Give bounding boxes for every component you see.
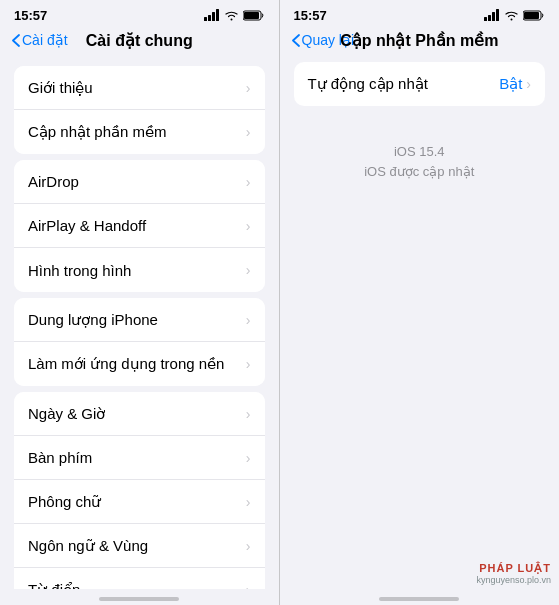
settings-group-4: Ngày & Giờ › Bàn phím › Phông chữ › Ngôn… xyxy=(14,392,265,589)
chevron-left-icon-right xyxy=(292,34,300,47)
settings-item-ngaygiu[interactable]: Ngày & Giờ › xyxy=(14,392,265,436)
svg-rect-5 xyxy=(244,12,259,19)
item-right-3: › xyxy=(246,174,251,190)
settings-label-airdrop: AirDrop xyxy=(28,173,79,190)
status-icons-right xyxy=(484,9,545,21)
spacer xyxy=(280,307,560,558)
item-right-6: › xyxy=(246,312,251,328)
svg-rect-3 xyxy=(216,9,219,21)
settings-item-tudien[interactable]: Từ điển › xyxy=(14,568,265,589)
item-right-10: › xyxy=(246,494,251,510)
chevron-icon-update: › xyxy=(526,76,531,92)
nav-bar-right: Quay lại Cập nhật Phần mềm xyxy=(280,28,560,56)
home-indicator-left xyxy=(0,589,279,605)
nav-title-left: Cài đặt chung xyxy=(86,31,193,50)
settings-item-phongchu[interactable]: Phông chữ › xyxy=(14,480,265,524)
auto-update-right: Bật › xyxy=(499,75,531,93)
signal-icon-right xyxy=(484,9,500,21)
svg-rect-2 xyxy=(212,12,215,21)
settings-label-banphim: Bàn phím xyxy=(28,449,92,466)
watermark-url: kynguyenso.plo.vn xyxy=(476,575,551,585)
settings-item-airplay[interactable]: AirPlay & Handoff › xyxy=(14,204,265,248)
chevron-icon-10: › xyxy=(246,494,251,510)
chevron-icon-6: › xyxy=(246,312,251,328)
home-indicator-bar-right xyxy=(379,597,459,601)
item-right-7: › xyxy=(246,356,251,372)
battery-icon xyxy=(243,10,265,21)
item-right-9: › xyxy=(246,450,251,466)
auto-update-item[interactable]: Tự động cập nhật Bật › xyxy=(294,62,546,106)
chevron-icon-8: › xyxy=(246,406,251,422)
settings-label-ngaygiu: Ngày & Giờ xyxy=(28,405,105,423)
svg-rect-9 xyxy=(496,9,499,21)
settings-label-lammoi: Làm mới ứng dụng trong nền xyxy=(28,355,224,373)
back-button-left[interactable]: Cài đặt xyxy=(12,32,68,48)
settings-label-tudien: Từ điển xyxy=(28,581,80,589)
settings-item-lammoi[interactable]: Làm mới ứng dụng trong nền › xyxy=(14,342,265,386)
svg-rect-8 xyxy=(492,12,495,21)
settings-label-gioi-thieu: Giới thiệu xyxy=(28,79,93,97)
settings-item-dungluong[interactable]: Dung lượng iPhone › xyxy=(14,298,265,342)
settings-label-hinhtrong: Hình trong hình xyxy=(28,262,131,279)
chevron-icon-12: › xyxy=(246,582,251,589)
auto-update-label: Tự động cập nhật xyxy=(308,75,428,93)
nav-title-right: Cập nhật Phần mềm xyxy=(340,31,498,50)
back-label-left: Cài đặt xyxy=(22,32,68,48)
chevron-icon-1: › xyxy=(246,80,251,96)
settings-item-banphim[interactable]: Bàn phím › xyxy=(14,436,265,480)
settings-label-capnhat: Cập nhật phần mềm xyxy=(28,123,167,141)
auto-update-value: Bật xyxy=(499,75,522,93)
update-footer: iOS 15.4 iOS được cập nhật xyxy=(280,112,560,191)
item-right-11: › xyxy=(246,538,251,554)
right-panel: 15:57 Quay lại xyxy=(280,0,560,605)
svg-rect-7 xyxy=(488,15,491,21)
settings-item-gioi-thieu[interactable]: Giới thiệu › xyxy=(14,66,265,110)
nav-bar-left: Cài đặt Cài đặt chung xyxy=(0,28,279,56)
item-right-12: › xyxy=(246,582,251,589)
chevron-icon-7: › xyxy=(246,356,251,372)
chevron-icon-5: › xyxy=(246,262,251,278)
svg-rect-11 xyxy=(524,12,539,19)
wifi-icon xyxy=(224,10,239,21)
battery-icon-right xyxy=(523,10,545,21)
item-right-2: › xyxy=(246,124,251,140)
settings-item-airdrop[interactable]: AirDrop › xyxy=(14,160,265,204)
chevron-icon-9: › xyxy=(246,450,251,466)
chevron-icon-11: › xyxy=(246,538,251,554)
settings-label-dungluong: Dung lượng iPhone xyxy=(28,311,158,329)
settings-item-capnhat[interactable]: Cập nhật phần mềm › xyxy=(14,110,265,154)
settings-group-3: Dung lượng iPhone › Làm mới ứng dụng tro… xyxy=(14,298,265,386)
settings-group-1: Giới thiệu › Cập nhật phần mềm › xyxy=(14,66,265,154)
chevron-icon-4: › xyxy=(246,218,251,234)
home-indicator-right xyxy=(280,589,560,605)
watermark-logo: PHÁP LUẬT xyxy=(479,562,551,575)
update-footer-line1: iOS 15.4 xyxy=(394,142,445,162)
status-time-right: 15:57 xyxy=(294,8,327,23)
svg-rect-0 xyxy=(204,17,207,21)
chevron-icon-3: › xyxy=(246,174,251,190)
item-right-5: › xyxy=(246,262,251,278)
update-group: Tự động cập nhật Bật › xyxy=(294,62,546,106)
signal-icon xyxy=(204,9,220,21)
settings-item-ngonngu[interactable]: Ngôn ngữ & Vùng › xyxy=(14,524,265,568)
item-right-1: › xyxy=(246,80,251,96)
item-right-4: › xyxy=(246,218,251,234)
status-bar-left: 15:57 xyxy=(0,0,279,28)
wifi-icon-right xyxy=(504,10,519,21)
update-footer-line2: iOS được cập nhật xyxy=(364,162,474,182)
svg-rect-1 xyxy=(208,15,211,21)
item-right-8: › xyxy=(246,406,251,422)
update-content: Tự động cập nhật Bật › iOS 15.4 iOS được… xyxy=(280,56,560,307)
chevron-left-icon xyxy=(12,34,20,47)
settings-group-2: AirDrop › AirPlay & Handoff › Hình trong… xyxy=(14,160,265,292)
watermark: PHÁP LUẬT kynguyenso.plo.vn xyxy=(280,558,560,589)
settings-item-hinhtrong[interactable]: Hình trong hình › xyxy=(14,248,265,292)
status-time-left: 15:57 xyxy=(14,8,47,23)
settings-label-ngonngu: Ngôn ngữ & Vùng xyxy=(28,537,148,555)
status-bar-right: 15:57 xyxy=(280,0,560,28)
left-panel: 15:57 xyxy=(0,0,280,605)
settings-label-phongchu: Phông chữ xyxy=(28,493,101,511)
chevron-icon-2: › xyxy=(246,124,251,140)
svg-rect-6 xyxy=(484,17,487,21)
status-icons-left xyxy=(204,9,265,21)
